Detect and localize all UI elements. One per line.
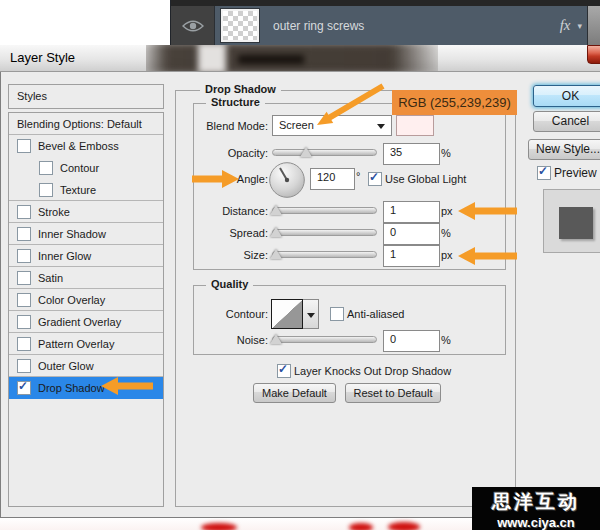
anti-aliased-checkbox[interactable] [330,307,344,321]
contour-picker[interactable] [271,299,303,329]
cancel-button[interactable]: Cancel [533,111,600,132]
anti-aliased-label: Anti-aliased [347,308,404,320]
checkbox-icon[interactable] [17,315,31,329]
checkbox-icon[interactable] [17,139,31,153]
sidebar-item-inner-shadow[interactable]: Inner Shadow [9,223,163,245]
use-global-light-checkbox[interactable] [368,172,382,186]
checkbox-icon[interactable] [17,337,31,351]
sidebar-item-bevel-emboss[interactable]: Bevel & Emboss [9,135,163,157]
checkbox-icon[interactable] [39,161,53,175]
sidebar-item-inner-glow[interactable]: Inner Glow [9,245,163,267]
sidebar-item-texture[interactable]: Texture [9,179,163,201]
blend-mode-dropdown[interactable]: Screen [272,115,392,136]
opacity-slider-thumb[interactable] [300,147,312,157]
new-style-button[interactable]: New Style... [528,139,600,160]
noise-slider[interactable] [272,336,377,343]
contour-label: Contour: [188,308,268,320]
layer-knockout-checkbox[interactable] [277,364,291,378]
watermark: 思洋互动 www.ciya.cn [472,487,600,530]
distance-label: Distance: [188,205,268,217]
layer-row[interactable]: outer ring screws fx ▾ [215,6,587,45]
sidebar-item-outer-glow[interactable]: Outer Glow [9,355,163,377]
checkbox-icon[interactable] [17,227,31,241]
dialog-titlebar[interactable] [0,45,600,72]
watermark-url: www.ciya.cn [472,515,600,530]
quality-title: Quality [206,278,253,290]
blend-mode-label: Blend Mode: [188,120,268,132]
eye-icon[interactable] [182,19,204,33]
styles-header: Styles [8,84,164,109]
size-slider[interactable] [272,251,377,258]
distance-field[interactable]: 1 [383,201,440,223]
sidebar-item-pattern-overlay[interactable]: Pattern Overlay [9,333,163,355]
sidebar-item-color-overlay[interactable]: Color Overlay [9,289,163,311]
layer-name: outer ring screws [273,19,364,33]
preview-swatch [559,207,593,239]
size-field[interactable]: 1 [383,245,440,267]
reset-to-default-button[interactable]: Reset to Default [345,383,441,403]
layer-knockout-label: Layer Knocks Out Drop Shadow [294,365,451,377]
ok-button[interactable]: OK [533,85,600,107]
preview-checkbox[interactable] [537,166,551,180]
sidebar-item-contour[interactable]: Contour [9,157,163,179]
checkbox-icon[interactable] [17,359,31,373]
fx-caret-icon[interactable]: ▾ [577,21,582,31]
panel-scrollbar[interactable] [587,6,600,45]
fx-badge[interactable]: fx [560,17,571,34]
sidebar-item-blending-options[interactable]: Blending Options: Default [9,113,163,135]
noise-unit: % [441,334,451,346]
titlebar-glass-blur [146,45,438,71]
use-global-light-label: Use Global Light [385,173,466,185]
spread-label: Spread: [188,227,268,239]
noise-field[interactable]: 0 [383,330,440,352]
noise-slider-thumb[interactable] [270,334,282,344]
structure-title: Structure [206,96,265,108]
layer-thumbnail[interactable] [221,9,259,42]
layers-panel: outer ring screws fx ▾ [170,0,600,45]
layer-visibility-cell[interactable] [171,6,215,45]
size-slider-thumb[interactable] [270,249,282,259]
make-default-button[interactable]: Make Default [253,383,336,403]
distance-unit: px [441,205,453,217]
spread-unit: % [441,227,451,239]
checkbox-icon[interactable] [17,205,31,219]
dialog-title: Layer Style [10,50,75,65]
opacity-slider[interactable] [272,149,377,156]
size-label: Size: [188,249,268,261]
opacity-label: Opacity: [188,147,268,159]
preview-thumbnail [543,189,600,253]
opacity-field[interactable]: 35 [383,143,440,165]
panel-title: Drop Shadow [200,83,281,95]
checkbox-checked-icon[interactable] [17,381,31,395]
angle-label: Angle: [188,173,268,185]
sidebar-item-drop-shadow[interactable]: Drop Shadow [9,377,163,399]
angle-dial[interactable] [268,161,306,199]
sidebar-item-satin[interactable]: Satin [9,267,163,289]
contour-dropdown-button[interactable] [303,299,319,329]
noise-label: Noise: [188,334,268,346]
spread-slider-thumb[interactable] [270,227,282,237]
styles-list: Blending Options: Default Bevel & Emboss… [8,112,164,507]
distance-slider-thumb[interactable] [270,205,282,215]
size-unit: px [441,249,453,261]
red-blur-shape [201,523,237,530]
red-blur-shape [349,523,373,530]
chevron-down-icon [307,313,315,318]
checkbox-icon[interactable] [17,249,31,263]
red-blur-shape [388,522,420,530]
shadow-color-swatch[interactable] [396,115,434,136]
distance-slider[interactable] [272,207,377,214]
chevron-down-icon [377,124,385,129]
checkbox-icon[interactable] [17,271,31,285]
spread-slider[interactable] [272,229,377,236]
preview-label: Preview [554,166,597,180]
spread-field[interactable]: 0 [383,223,440,245]
close-button[interactable] [587,45,600,64]
sidebar-item-gradient-overlay[interactable]: Gradient Overlay [9,311,163,333]
checkbox-icon[interactable] [17,293,31,307]
watermark-cn: 思洋互动 [472,489,600,515]
opacity-unit: % [441,147,451,159]
angle-field[interactable]: 120 [310,168,355,190]
sidebar-item-stroke[interactable]: Stroke [9,201,163,223]
checkbox-icon[interactable] [39,183,53,197]
